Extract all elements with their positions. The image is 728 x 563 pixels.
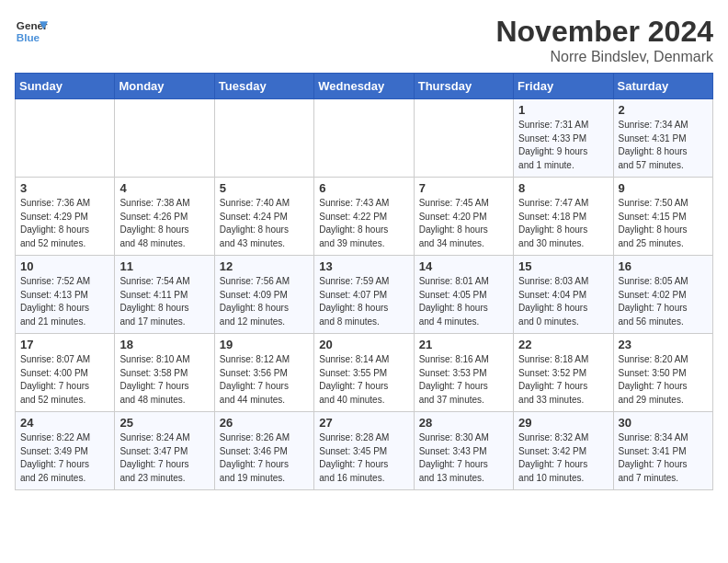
day-info: Sunrise: 7:54 AM Sunset: 4:11 PM Dayligh… <box>119 275 209 328</box>
calendar-cell: 28Sunrise: 8:30 AM Sunset: 3:43 PM Dayli… <box>414 412 513 490</box>
calendar-week-row: 1Sunrise: 7:31 AM Sunset: 4:33 PM Daylig… <box>16 99 713 178</box>
calendar-cell <box>314 99 414 178</box>
calendar-cell: 6Sunrise: 7:43 AM Sunset: 4:22 PM Daylig… <box>314 178 414 256</box>
weekday-header-wednesday: Wednesday <box>314 74 414 99</box>
day-info: Sunrise: 8:26 AM Sunset: 3:46 PM Dayligh… <box>220 431 309 485</box>
day-info: Sunrise: 8:34 AM Sunset: 3:41 PM Dayligh… <box>619 431 708 485</box>
day-info: Sunrise: 7:38 AM Sunset: 4:26 PM Dayligh… <box>119 197 209 250</box>
day-info: Sunrise: 7:31 AM Sunset: 4:33 PM Dayligh… <box>518 119 608 172</box>
day-number: 4 <box>119 181 209 195</box>
day-info: Sunrise: 7:59 AM Sunset: 4:07 PM Dayligh… <box>319 275 408 328</box>
calendar-cell: 19Sunrise: 8:12 AM Sunset: 3:56 PM Dayli… <box>214 334 313 412</box>
day-info: Sunrise: 7:52 AM Sunset: 4:13 PM Dayligh… <box>20 275 109 328</box>
day-number: 29 <box>518 416 608 430</box>
calendar-cell: 9Sunrise: 7:50 AM Sunset: 4:15 PM Daylig… <box>613 178 712 256</box>
calendar-cell: 21Sunrise: 8:16 AM Sunset: 3:53 PM Dayli… <box>414 334 513 412</box>
day-info: Sunrise: 8:24 AM Sunset: 3:47 PM Dayligh… <box>119 431 209 485</box>
calendar-cell: 24Sunrise: 8:22 AM Sunset: 3:49 PM Dayli… <box>16 412 115 490</box>
day-info: Sunrise: 7:34 AM Sunset: 4:31 PM Dayligh… <box>619 119 708 172</box>
day-number: 13 <box>319 259 408 273</box>
day-info: Sunrise: 8:20 AM Sunset: 3:50 PM Dayligh… <box>619 353 708 407</box>
calendar-cell: 3Sunrise: 7:36 AM Sunset: 4:29 PM Daylig… <box>16 178 115 256</box>
day-number: 5 <box>220 181 309 195</box>
day-number: 9 <box>619 181 708 195</box>
day-info: Sunrise: 7:40 AM Sunset: 4:24 PM Dayligh… <box>220 197 309 250</box>
day-info: Sunrise: 7:47 AM Sunset: 4:18 PM Dayligh… <box>518 197 608 250</box>
calendar-cell: 20Sunrise: 8:14 AM Sunset: 3:55 PM Dayli… <box>314 334 414 412</box>
day-number: 30 <box>619 416 708 430</box>
day-number: 8 <box>518 181 608 195</box>
weekday-header-monday: Monday <box>115 74 214 99</box>
month-title: November 2024 <box>495 15 713 49</box>
calendar-cell: 7Sunrise: 7:45 AM Sunset: 4:20 PM Daylig… <box>414 178 513 256</box>
weekday-header-row: SundayMondayTuesdayWednesdayThursdayFrid… <box>16 74 713 99</box>
calendar-cell: 1Sunrise: 7:31 AM Sunset: 4:33 PM Daylig… <box>514 99 613 178</box>
calendar-cell: 5Sunrise: 7:40 AM Sunset: 4:24 PM Daylig… <box>214 178 313 256</box>
day-info: Sunrise: 8:07 AM Sunset: 4:00 PM Dayligh… <box>20 353 109 407</box>
day-number: 10 <box>20 259 109 273</box>
day-number: 18 <box>119 338 209 351</box>
svg-text:Blue: Blue <box>17 31 40 43</box>
calendar-cell: 25Sunrise: 8:24 AM Sunset: 3:47 PM Dayli… <box>115 412 214 490</box>
day-info: Sunrise: 7:45 AM Sunset: 4:20 PM Dayligh… <box>419 197 508 250</box>
day-number: 22 <box>518 338 608 351</box>
calendar-cell: 11Sunrise: 7:54 AM Sunset: 4:11 PM Dayli… <box>115 256 214 334</box>
calendar-week-row: 3Sunrise: 7:36 AM Sunset: 4:29 PM Daylig… <box>16 178 713 256</box>
calendar-cell: 16Sunrise: 8:05 AM Sunset: 4:02 PM Dayli… <box>613 256 712 334</box>
logo: General Blue <box>15 15 48 48</box>
day-number: 24 <box>20 416 109 430</box>
day-info: Sunrise: 7:43 AM Sunset: 4:22 PM Dayligh… <box>319 197 408 250</box>
day-number: 2 <box>619 103 708 117</box>
weekday-header-sunday: Sunday <box>16 74 115 99</box>
day-number: 20 <box>319 338 408 351</box>
day-info: Sunrise: 8:14 AM Sunset: 3:55 PM Dayligh… <box>319 353 408 407</box>
day-number: 7 <box>419 181 508 195</box>
day-info: Sunrise: 8:22 AM Sunset: 3:49 PM Dayligh… <box>20 431 109 485</box>
day-info: Sunrise: 8:03 AM Sunset: 4:04 PM Dayligh… <box>518 275 608 328</box>
day-number: 16 <box>619 259 708 273</box>
day-info: Sunrise: 8:05 AM Sunset: 4:02 PM Dayligh… <box>619 275 708 328</box>
day-info: Sunrise: 8:28 AM Sunset: 3:45 PM Dayligh… <box>319 431 408 485</box>
day-number: 1 <box>518 103 608 117</box>
day-number: 11 <box>119 259 209 273</box>
calendar-cell: 12Sunrise: 7:56 AM Sunset: 4:09 PM Dayli… <box>214 256 313 334</box>
day-number: 19 <box>220 338 309 351</box>
day-number: 21 <box>419 338 508 351</box>
day-number: 28 <box>419 416 508 430</box>
title-area: November 2024 Norre Bindslev, Denmark <box>495 15 713 65</box>
calendar-cell: 8Sunrise: 7:47 AM Sunset: 4:18 PM Daylig… <box>514 178 613 256</box>
day-info: Sunrise: 8:12 AM Sunset: 3:56 PM Dayligh… <box>220 353 309 407</box>
day-number: 23 <box>619 338 708 351</box>
day-number: 26 <box>220 416 309 430</box>
weekday-header-thursday: Thursday <box>414 74 513 99</box>
logo-icon: General Blue <box>15 15 48 48</box>
calendar-cell: 17Sunrise: 8:07 AM Sunset: 4:00 PM Dayli… <box>16 334 115 412</box>
day-info: Sunrise: 8:01 AM Sunset: 4:05 PM Dayligh… <box>419 275 508 328</box>
calendar-cell: 30Sunrise: 8:34 AM Sunset: 3:41 PM Dayli… <box>613 412 712 490</box>
day-number: 27 <box>319 416 408 430</box>
day-info: Sunrise: 8:18 AM Sunset: 3:52 PM Dayligh… <box>518 353 608 407</box>
day-info: Sunrise: 8:16 AM Sunset: 3:53 PM Dayligh… <box>419 353 508 407</box>
day-info: Sunrise: 8:30 AM Sunset: 3:43 PM Dayligh… <box>419 431 508 485</box>
calendar-cell <box>214 99 313 178</box>
day-number: 6 <box>319 181 408 195</box>
calendar-cell: 2Sunrise: 7:34 AM Sunset: 4:31 PM Daylig… <box>613 99 712 178</box>
calendar-cell: 4Sunrise: 7:38 AM Sunset: 4:26 PM Daylig… <box>115 178 214 256</box>
calendar-cell: 14Sunrise: 8:01 AM Sunset: 4:05 PM Dayli… <box>414 256 513 334</box>
day-info: Sunrise: 8:32 AM Sunset: 3:42 PM Dayligh… <box>518 431 608 485</box>
calendar-cell: 23Sunrise: 8:20 AM Sunset: 3:50 PM Dayli… <box>613 334 712 412</box>
calendar-table: SundayMondayTuesdayWednesdayThursdayFrid… <box>15 73 713 490</box>
calendar-week-row: 17Sunrise: 8:07 AM Sunset: 4:00 PM Dayli… <box>16 334 713 412</box>
calendar-cell: 26Sunrise: 8:26 AM Sunset: 3:46 PM Dayli… <box>214 412 313 490</box>
header: General Blue November 2024 Norre Bindsle… <box>15 15 713 65</box>
day-number: 12 <box>220 259 309 273</box>
calendar-cell: 13Sunrise: 7:59 AM Sunset: 4:07 PM Dayli… <box>314 256 414 334</box>
day-number: 25 <box>119 416 209 430</box>
day-number: 15 <box>518 259 608 273</box>
weekday-header-friday: Friday <box>514 74 613 99</box>
location-title: Norre Bindslev, Denmark <box>495 49 713 65</box>
calendar-cell: 29Sunrise: 8:32 AM Sunset: 3:42 PM Dayli… <box>514 412 613 490</box>
calendar-week-row: 10Sunrise: 7:52 AM Sunset: 4:13 PM Dayli… <box>16 256 713 334</box>
day-info: Sunrise: 7:50 AM Sunset: 4:15 PM Dayligh… <box>619 197 708 250</box>
day-info: Sunrise: 8:10 AM Sunset: 3:58 PM Dayligh… <box>119 353 209 407</box>
